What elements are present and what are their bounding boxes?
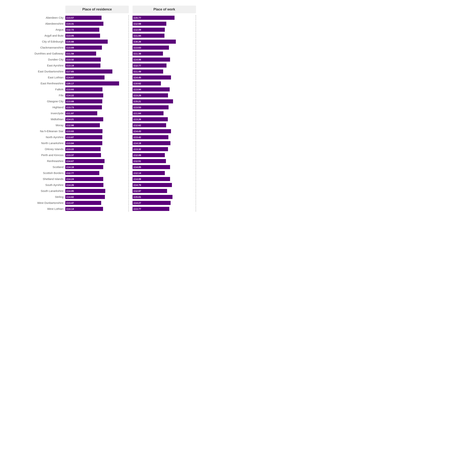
row-label: City of Edinburgh bbox=[6, 40, 65, 43]
residence-dotted-line bbox=[128, 194, 129, 200]
residence-bar-section: £14.26 bbox=[65, 182, 129, 187]
work-bar-section: £11.94 bbox=[133, 33, 196, 38]
residence-bar-wrapper: £14.67 bbox=[65, 159, 129, 163]
work-bar-wrapper: £13.32 bbox=[133, 147, 196, 151]
work-bar-section: £14.05 bbox=[133, 164, 196, 170]
work-value: £14.79 bbox=[134, 184, 141, 187]
table-row: Perth and Kinross£13.37£12.09 bbox=[6, 152, 196, 158]
residence-bar-section: £14.67 bbox=[65, 75, 129, 80]
work-bar: £12.51 bbox=[133, 159, 166, 163]
work-value: £12.14 bbox=[134, 172, 141, 174]
work-bar: £12.14 bbox=[133, 171, 165, 175]
residence-bar-wrapper: £13.37 bbox=[65, 153, 129, 157]
work-bar: £13.29 bbox=[133, 93, 168, 97]
work-bar-section: £15.77 bbox=[133, 15, 196, 20]
table-row: Midlothian£14.21£13.26 bbox=[6, 116, 196, 122]
work-dotted-line bbox=[196, 15, 196, 20]
residence-bar-wrapper: £12.77 bbox=[65, 171, 129, 175]
residence-dotted-line bbox=[128, 206, 129, 211]
residence-value: £13.84 bbox=[67, 142, 74, 145]
residence-bar-section: £14.31 bbox=[65, 21, 129, 26]
work-value: £16.26 bbox=[134, 40, 141, 43]
work-bar-section: £14.45 bbox=[133, 75, 196, 80]
row-label: Glasgow City bbox=[6, 100, 65, 103]
work-bar: £10.62 bbox=[133, 81, 161, 85]
work-bar-section: £13.32 bbox=[133, 147, 196, 152]
residence-bar: £13.05 bbox=[65, 34, 100, 38]
work-bar-section: £14.79 bbox=[133, 182, 196, 187]
work-bar-section: £10.62 bbox=[133, 81, 196, 86]
work-value: £15.21 bbox=[134, 100, 141, 103]
residence-dotted-line bbox=[128, 188, 129, 194]
residence-bar-wrapper: £14.22 bbox=[65, 93, 129, 97]
residence-bar-wrapper: £13.32 bbox=[65, 57, 129, 62]
work-value: £12.68 bbox=[134, 22, 141, 25]
work-dotted-line bbox=[196, 111, 196, 116]
residence-bar-wrapper: £13.69 bbox=[65, 46, 129, 50]
table-row: Inverclyde£11.97£11.64 bbox=[6, 110, 196, 116]
table-row: Falkirk£13.93£13.94 bbox=[6, 86, 196, 92]
residence-dotted-line bbox=[128, 200, 129, 205]
residence-bar: £20.17 bbox=[65, 81, 119, 85]
residence-value: £14.22 bbox=[67, 94, 74, 97]
residence-value: £13.87 bbox=[67, 136, 74, 139]
work-value: £15.77 bbox=[134, 17, 141, 19]
work-bar-section: £14.18 bbox=[133, 141, 196, 146]
header-row: Place of residence Place of work bbox=[6, 6, 196, 13]
residence-value: £14.14 bbox=[67, 208, 74, 210]
work-value: £13.32 bbox=[134, 148, 141, 151]
residence-bar-section: £15.88 bbox=[65, 39, 129, 44]
work-dotted-line bbox=[196, 129, 196, 134]
residence-bar-section: £17.65 bbox=[65, 69, 129, 74]
residence-value: £14.67 bbox=[67, 160, 74, 163]
table-row: Shetland Islands£14.24£14.08 bbox=[6, 176, 196, 182]
row-label: Inverclyde bbox=[6, 112, 65, 115]
work-dotted-line bbox=[196, 176, 196, 182]
work-dotted-line bbox=[196, 141, 196, 146]
residence-bar-wrapper: £13.84 bbox=[65, 141, 129, 145]
work-dotted-line bbox=[196, 164, 196, 170]
residence-bar-section: £12.98 bbox=[65, 123, 129, 128]
residence-bar: £11.58 bbox=[65, 51, 96, 56]
residence-bar-section: £13.84 bbox=[65, 141, 129, 146]
work-dotted-line bbox=[196, 27, 196, 32]
row-label: Fife bbox=[6, 94, 65, 97]
work-value: £12.51 bbox=[134, 160, 141, 163]
residence-bar-section: £11.97 bbox=[65, 111, 129, 116]
table-row: East Lothian£14.67£14.45 bbox=[6, 74, 196, 81]
work-bar: £13.42 bbox=[133, 135, 168, 139]
work-bar-section: £11.49 bbox=[133, 69, 196, 74]
residence-value: £12.72 bbox=[67, 28, 74, 31]
row-label: Renfrewshire bbox=[6, 159, 65, 163]
table-row: Scottish Borders£12.77£12.14 bbox=[6, 170, 196, 176]
work-bar: £12.68 bbox=[133, 22, 166, 26]
residence-value: £13.32 bbox=[67, 58, 74, 61]
work-value: £13.42 bbox=[134, 136, 141, 139]
work-dotted-line bbox=[196, 57, 196, 62]
work-bar: £14.45 bbox=[133, 75, 171, 80]
work-dotted-line bbox=[196, 206, 196, 211]
residence-value: £13.93 bbox=[67, 88, 74, 91]
residence-bar: £13.32 bbox=[65, 57, 101, 62]
work-value: £12.09 bbox=[134, 154, 141, 157]
work-bar-section: £12.51 bbox=[133, 158, 196, 164]
work-bar: £13.32 bbox=[133, 147, 168, 151]
work-bar-wrapper: £14.45 bbox=[133, 75, 196, 80]
row-label: Midlothian bbox=[6, 118, 65, 121]
row-label: East Ayrshire bbox=[6, 64, 65, 67]
table-row: Na h-Eileanan Siar£13.93£14.43 bbox=[6, 128, 196, 134]
work-bar: £11.38 bbox=[133, 51, 163, 56]
residence-value: £14.82 bbox=[67, 196, 74, 198]
work-bar-wrapper: £11.38 bbox=[133, 51, 196, 56]
work-bar: £12.77 bbox=[133, 64, 167, 68]
work-dotted-line bbox=[196, 45, 196, 50]
work-value: £11.64 bbox=[134, 112, 141, 115]
row-label: Scotland bbox=[6, 165, 65, 169]
work-bar-section: £13.29 bbox=[133, 93, 196, 98]
work-bar: £11.49 bbox=[133, 69, 163, 74]
residence-bar-wrapper: £11.58 bbox=[65, 51, 129, 56]
work-dotted-line bbox=[196, 200, 196, 205]
residence-value: £13.93 bbox=[67, 130, 74, 133]
work-value: £11.49 bbox=[134, 70, 141, 73]
residence-bar: £14.21 bbox=[65, 117, 103, 121]
